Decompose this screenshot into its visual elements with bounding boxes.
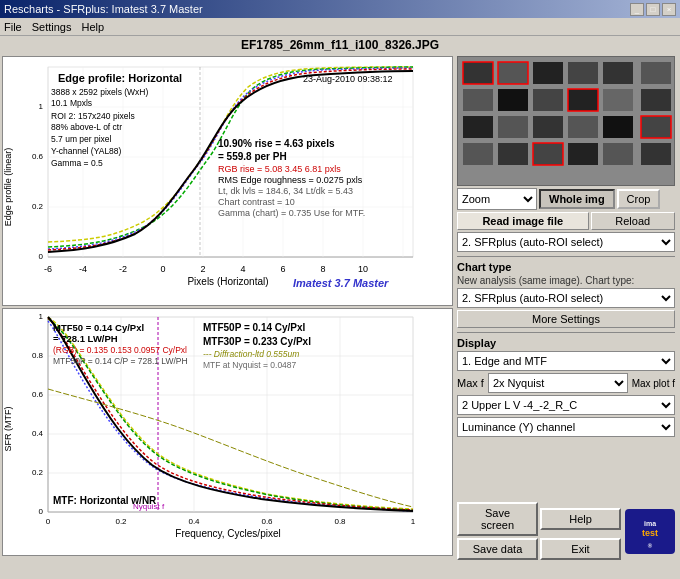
svg-rect-95 <box>463 89 493 111</box>
menu-file[interactable]: File <box>4 21 22 33</box>
svg-text:Pixels (Horizontal): Pixels (Horizontal) <box>187 276 268 287</box>
svg-text:1: 1 <box>411 517 416 526</box>
max-f-select[interactable]: 2x Nyquist <box>488 373 628 393</box>
svg-rect-102 <box>498 116 528 138</box>
svg-rect-105 <box>603 116 633 138</box>
svg-text:0.4: 0.4 <box>32 429 44 438</box>
svg-text:6: 6 <box>280 264 285 274</box>
top-chart-panel: Edge profile: Horizontal 23-Aug-2010 09:… <box>2 56 453 306</box>
svg-text:MTF50P = 0.14 C/P = 728.1 LW/P: MTF50P = 0.14 C/P = 728.1 LW/PH <box>53 356 188 366</box>
save-data-button[interactable]: Save data <box>457 538 538 560</box>
maximize-button[interactable]: □ <box>646 3 660 16</box>
svg-text:Edge profile: Horizontal: Edge profile: Horizontal <box>58 72 182 84</box>
svg-rect-109 <box>533 143 563 165</box>
maxf-row: Max f 2x Nyquist Max plot f <box>457 373 675 393</box>
svg-text:0.2: 0.2 <box>32 202 44 211</box>
bottom-chart-panel: MTF50 = 0.14 Cy/Pxl = 728.1 LW/PH (RGB) … <box>2 308 453 556</box>
top-chart-svg: Edge profile: Horizontal 23-Aug-2010 09:… <box>3 57 453 306</box>
svg-text:test: test <box>642 528 658 538</box>
svg-text:SFR (MTF): SFR (MTF) <box>3 407 13 452</box>
svg-rect-108 <box>498 143 528 165</box>
svg-text:ROI 2: 157x240 pixels: ROI 2: 157x240 pixels <box>51 111 135 121</box>
divider-2 <box>457 332 675 333</box>
titlebar-title: Rescharts - SFRplus: Imatest 3.7 Master <box>4 3 203 15</box>
svg-text:1: 1 <box>39 312 44 321</box>
svg-text:Gamma (chart) = 0.735  Use for: Gamma (chart) = 0.735 Use for MTF. <box>218 208 365 218</box>
svg-text:RMS Edge roughness = 0.0275 px: RMS Edge roughness = 0.0275 pxls <box>218 175 363 185</box>
whole-img-button[interactable]: Whole img <box>539 189 615 209</box>
sfr-select[interactable]: 2. SFRplus (auto-ROI select) <box>457 232 675 252</box>
max-plot-f-label: Max plot f <box>632 378 675 389</box>
display-select[interactable]: 1. Edge and MTF <box>457 351 675 371</box>
svg-text:23-Aug-2010 09:38:12: 23-Aug-2010 09:38:12 <box>303 74 393 84</box>
chart-type-desc: New analysis (same image). Chart type: <box>457 275 675 286</box>
read-image-file-button[interactable]: Read image file <box>457 212 589 230</box>
svg-text:Edge profile (linear): Edge profile (linear) <box>3 148 13 227</box>
divider-1 <box>457 256 675 257</box>
svg-text:8: 8 <box>320 264 325 274</box>
svg-text:0.8: 0.8 <box>334 517 346 526</box>
minimize-button[interactable]: _ <box>630 3 644 16</box>
svg-text:0.6: 0.6 <box>261 517 273 526</box>
svg-rect-111 <box>603 143 633 165</box>
svg-rect-96 <box>498 89 528 111</box>
close-button[interactable]: × <box>662 3 676 16</box>
svg-rect-92 <box>568 62 598 84</box>
svg-text:88% above-L of ctr: 88% above-L of ctr <box>51 122 122 132</box>
titlebar-controls: _ □ × <box>630 3 676 16</box>
svg-text:®: ® <box>648 543 653 549</box>
svg-text:MTF at Nyquist = 0.0487: MTF at Nyquist = 0.0487 <box>203 360 297 370</box>
chart-type-select[interactable]: 2. SFRplus (auto-ROI select) <box>457 288 675 308</box>
svg-rect-97 <box>533 89 563 111</box>
svg-rect-112 <box>641 143 671 165</box>
controls-section: Zoom Whole img Crop Read image file Relo… <box>457 188 675 498</box>
right-panel: Zoom Whole img Crop Read image file Relo… <box>455 54 677 564</box>
svg-text:Y-channel (YAL88): Y-channel (YAL88) <box>51 146 122 156</box>
svg-text:0.4: 0.4 <box>188 517 200 526</box>
more-settings-row: More Settings <box>457 310 675 328</box>
action-buttons-row: Save screen Help Save data Exit ima test… <box>457 500 675 562</box>
svg-text:--- Diffraction-ltd  0.555um: --- Diffraction-ltd 0.555um <box>203 349 299 359</box>
menu-settings[interactable]: Settings <box>32 21 72 33</box>
zoom-select[interactable]: Zoom <box>457 188 537 210</box>
imatest-logo-svg: ima test ® <box>626 510 674 552</box>
svg-text:0: 0 <box>46 517 51 526</box>
svg-rect-94 <box>641 62 671 84</box>
channel-select[interactable]: Luminance (Y) channel <box>457 417 675 437</box>
svg-rect-106 <box>641 116 671 138</box>
svg-rect-91 <box>533 62 563 84</box>
action-buttons: Save screen Help Save data Exit <box>457 502 621 560</box>
svg-text:0.2: 0.2 <box>32 468 44 477</box>
svg-text:1: 1 <box>39 102 44 111</box>
svg-text:10: 10 <box>358 264 368 274</box>
svg-text:0.6: 0.6 <box>32 152 44 161</box>
svg-text:-6: -6 <box>44 264 52 274</box>
zoom-row: Zoom Whole img Crop <box>457 188 675 210</box>
crop-button[interactable]: Crop <box>617 189 661 209</box>
menu-help[interactable]: Help <box>81 21 104 33</box>
svg-rect-103 <box>533 116 563 138</box>
svg-text:0: 0 <box>39 507 44 516</box>
svg-text:10.90% rise = 4.63 pixels: 10.90% rise = 4.63 pixels <box>218 138 335 149</box>
svg-text:0.6: 0.6 <box>32 390 44 399</box>
file-title: EF1785_26mm_f11_i100_8326.JPG <box>0 36 680 54</box>
svg-text:Chart contrast = 10: Chart contrast = 10 <box>218 197 295 207</box>
svg-rect-110 <box>568 143 598 165</box>
svg-text:-4: -4 <box>79 264 87 274</box>
svg-text:2: 2 <box>200 264 205 274</box>
exit-button[interactable]: Exit <box>540 538 621 560</box>
save-screen-button[interactable]: Save screen <box>457 502 538 536</box>
help-button[interactable]: Help <box>540 508 621 530</box>
svg-text:Frequency, Cycles/pixel: Frequency, Cycles/pixel <box>175 528 280 539</box>
svg-text:= 559.8 per PH: = 559.8 per PH <box>218 151 287 162</box>
svg-text:5.7 um per pixel: 5.7 um per pixel <box>51 134 112 144</box>
svg-text:Gamma = 0.5: Gamma = 0.5 <box>51 158 103 168</box>
svg-rect-99 <box>603 89 633 111</box>
svg-rect-93 <box>603 62 633 84</box>
max-f-label: Max f <box>457 377 484 389</box>
upper-lv-select[interactable]: 2 Upper L V -4_-2_R_C <box>457 395 675 415</box>
more-settings-button[interactable]: More Settings <box>457 310 675 328</box>
svg-text:MTF50 = 0.14 Cy/Pxl: MTF50 = 0.14 Cy/Pxl <box>53 322 144 333</box>
svg-text:MTF50P = 0.14 Cy/Pxl: MTF50P = 0.14 Cy/Pxl <box>203 322 306 333</box>
reload-button[interactable]: Reload <box>591 212 676 230</box>
